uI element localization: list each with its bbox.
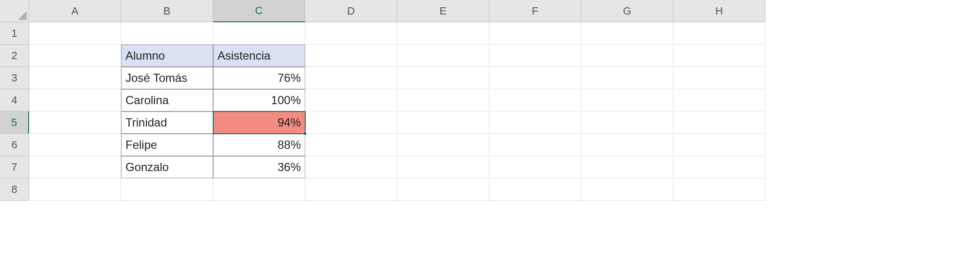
cell-C8[interactable] xyxy=(213,178,305,201)
cell-F5[interactable] xyxy=(489,111,581,134)
cell-F4[interactable] xyxy=(489,89,581,111)
row-header-8[interactable]: 8 xyxy=(0,178,29,201)
cell-D2[interactable] xyxy=(305,45,397,67)
cell-H2[interactable] xyxy=(673,45,765,67)
row-header-5[interactable]: 5 xyxy=(0,111,29,134)
row-header-2[interactable]: 2 xyxy=(0,45,29,67)
col-header-A[interactable]: A xyxy=(29,0,121,22)
cell-G2[interactable] xyxy=(581,45,673,67)
cell-C2[interactable]: Asistencia xyxy=(213,45,305,67)
cell-E5[interactable] xyxy=(397,111,489,134)
cell-B7[interactable]: Gonzalo xyxy=(121,156,213,178)
cell-B1[interactable] xyxy=(121,22,213,45)
svg-marker-0 xyxy=(18,11,27,20)
cell-G6[interactable] xyxy=(581,134,673,156)
cell-F2[interactable] xyxy=(489,45,581,67)
cell-G1[interactable] xyxy=(581,22,673,45)
cell-A5[interactable] xyxy=(29,111,121,134)
row-header-6[interactable]: 6 xyxy=(0,134,29,156)
select-all-corner[interactable] xyxy=(0,0,29,22)
col-header-F[interactable]: F xyxy=(489,0,581,22)
cell-G7[interactable] xyxy=(581,156,673,178)
cell-G4[interactable] xyxy=(581,89,673,111)
row-header-3[interactable]: 3 xyxy=(0,67,29,89)
cell-C5[interactable]: 94% xyxy=(213,111,305,134)
cell-F6[interactable] xyxy=(489,134,581,156)
cell-C4[interactable]: 100% xyxy=(213,89,305,111)
select-all-triangle-icon xyxy=(18,11,27,20)
col-header-C[interactable]: C xyxy=(213,0,305,22)
cell-H8[interactable] xyxy=(673,178,765,201)
cell-G3[interactable] xyxy=(581,67,673,89)
cell-C7[interactable]: 36% xyxy=(213,156,305,178)
cell-F8[interactable] xyxy=(489,178,581,201)
cell-B2[interactable]: Alumno xyxy=(121,45,213,67)
cell-A1[interactable] xyxy=(29,22,121,45)
row-header-4[interactable]: 4 xyxy=(0,89,29,111)
cell-E3[interactable] xyxy=(397,67,489,89)
cell-C6[interactable]: 88% xyxy=(213,134,305,156)
cell-A3[interactable] xyxy=(29,67,121,89)
cell-C3[interactable]: 76% xyxy=(213,67,305,89)
cell-E2[interactable] xyxy=(397,45,489,67)
cell-B4[interactable]: Carolina xyxy=(121,89,213,111)
cell-H6[interactable] xyxy=(673,134,765,156)
col-header-G[interactable]: G xyxy=(581,0,673,22)
col-header-H[interactable]: H xyxy=(673,0,765,22)
cell-D1[interactable] xyxy=(305,22,397,45)
cell-H5[interactable] xyxy=(673,111,765,134)
cell-E1[interactable] xyxy=(397,22,489,45)
cell-D6[interactable] xyxy=(305,134,397,156)
cell-A7[interactable] xyxy=(29,156,121,178)
row-header-7[interactable]: 7 xyxy=(0,156,29,178)
col-header-E[interactable]: E xyxy=(397,0,489,22)
cell-H1[interactable] xyxy=(673,22,765,45)
cell-F1[interactable] xyxy=(489,22,581,45)
cell-F7[interactable] xyxy=(489,156,581,178)
cell-E6[interactable] xyxy=(397,134,489,156)
cell-H7[interactable] xyxy=(673,156,765,178)
cell-B5[interactable]: Trinidad xyxy=(121,111,213,134)
cell-A4[interactable] xyxy=(29,89,121,111)
cell-C1[interactable] xyxy=(213,22,305,45)
row-header-1[interactable]: 1 xyxy=(0,22,29,45)
cell-A6[interactable] xyxy=(29,134,121,156)
cell-D5[interactable] xyxy=(305,111,397,134)
cell-A2[interactable] xyxy=(29,45,121,67)
cell-E4[interactable] xyxy=(397,89,489,111)
cell-G8[interactable] xyxy=(581,178,673,201)
spreadsheet-grid[interactable]: A B C D E F G H 1 2 Alumno Asistencia 3 … xyxy=(0,0,980,201)
cell-E7[interactable] xyxy=(397,156,489,178)
col-header-D[interactable]: D xyxy=(305,0,397,22)
col-header-B[interactable]: B xyxy=(121,0,213,22)
cell-D4[interactable] xyxy=(305,89,397,111)
cell-F3[interactable] xyxy=(489,67,581,89)
cell-A8[interactable] xyxy=(29,178,121,201)
cell-value: 94% xyxy=(278,116,301,129)
cell-E8[interactable] xyxy=(397,178,489,201)
fill-handle[interactable] xyxy=(303,131,307,135)
cell-G5[interactable] xyxy=(581,111,673,134)
cell-H4[interactable] xyxy=(673,89,765,111)
cell-H3[interactable] xyxy=(673,67,765,89)
cell-D8[interactable] xyxy=(305,178,397,201)
cell-B8[interactable] xyxy=(121,178,213,201)
cell-D3[interactable] xyxy=(305,67,397,89)
cell-D7[interactable] xyxy=(305,156,397,178)
cell-B3[interactable]: José Tomás xyxy=(121,67,213,89)
cell-B6[interactable]: Felipe xyxy=(121,134,213,156)
